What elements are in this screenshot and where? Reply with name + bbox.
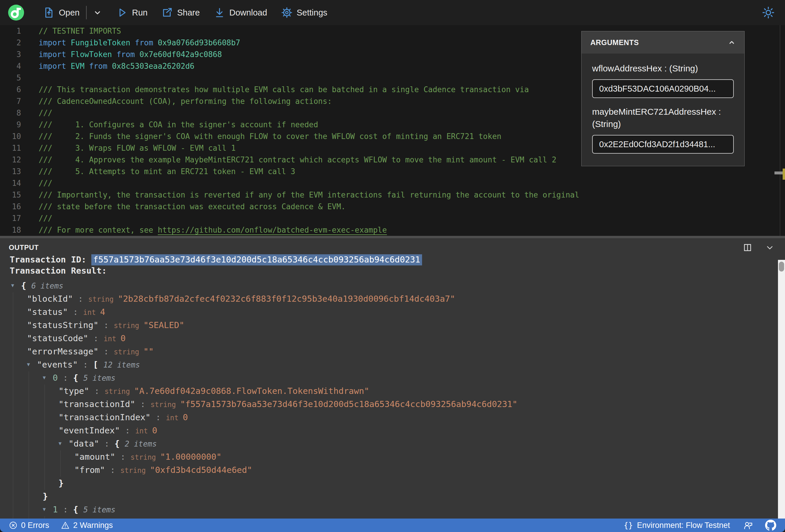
collapse-chevron-up-icon[interactable] — [727, 38, 736, 47]
open-menu-chevron-down-icon[interactable] — [93, 8, 102, 18]
code-line: 17/// — [0, 212, 785, 224]
arguments-panel-header[interactable]: ARGUMENTS — [582, 31, 744, 54]
output-scrollbar-track[interactable] — [778, 260, 785, 518]
opening-brace: { — [73, 505, 83, 514]
array-index: 0 — [53, 373, 58, 383]
warnings-status[interactable]: 2 Warnings — [61, 521, 113, 530]
line-number: 4 — [0, 60, 21, 72]
line-number: 16 — [0, 201, 21, 212]
json-value: "1.00000000" — [160, 452, 222, 462]
json-value: "" — [144, 347, 154, 356]
json-tree-row: "blockId" : string "2b28cbfb87da2cfec4f0… — [0, 292, 785, 305]
indent-guide — [13, 503, 13, 516]
expander-arrow-icon[interactable]: ▼ — [43, 371, 53, 384]
collapse-output-chevron-down-icon[interactable] — [765, 243, 775, 252]
indent-guide — [29, 490, 29, 503]
indent-guide — [29, 516, 29, 518]
code-text: /// 5. Attempts to mint an ERC721 token … — [21, 167, 295, 176]
line-number: 3 — [0, 49, 21, 60]
colon: : — [98, 347, 113, 356]
code-text: import FungibleToken from 0x9a0766d93b66… — [21, 38, 240, 47]
json-key: "data" — [69, 439, 99, 449]
errors-status[interactable]: 0 Errors — [9, 521, 49, 530]
share-icon — [161, 6, 173, 19]
indent-guide — [45, 477, 45, 490]
value-type: int — [83, 308, 100, 316]
json-tree-row: "amount" : string "1.00000000" — [0, 450, 785, 463]
json-tree-row: "status" : int 4 — [0, 305, 785, 319]
expander-arrow-icon[interactable]: ▼ — [43, 503, 53, 516]
indent-guide — [45, 411, 45, 424]
array-index: 1 — [53, 505, 58, 514]
indent-guide — [29, 463, 29, 477]
line-number: 8 — [0, 107, 21, 119]
value-type: int — [166, 414, 183, 422]
feedback-person-icon[interactable] — [743, 520, 753, 531]
json-value: "0xfd3b4cd50d44e6ed" — [150, 465, 252, 475]
opening-brace: [ — [93, 360, 103, 370]
indent-guide — [45, 384, 45, 398]
json-value: 0 — [152, 426, 157, 435]
code-token: EVM — [71, 62, 89, 71]
code-token: /// For more context, see — [39, 226, 158, 234]
download-icon — [213, 6, 226, 19]
open-label: Open — [59, 8, 80, 18]
indent-guide — [13, 477, 13, 490]
indent-guide — [45, 516, 45, 518]
download-button[interactable]: Download — [213, 6, 267, 19]
indent-guide — [13, 450, 13, 463]
run-button[interactable]: Run — [116, 6, 148, 19]
status-bar: 0 Errors 2 Warnings {} Environment: Flow… — [0, 518, 785, 532]
line-number: 10 — [0, 130, 21, 142]
editor-output-divider[interactable] — [0, 236, 785, 238]
colon: : — [78, 360, 93, 370]
expander-arrow-icon[interactable]: ▼ — [27, 358, 37, 371]
item-count: 5 items — [83, 374, 116, 382]
settings-button[interactable]: Settings — [281, 6, 328, 19]
comment-link[interactable]: https://github.com/onflow/batched-evm-ex… — [158, 226, 387, 235]
code-text: /// 4. Approves the example MaybeMintERC… — [21, 155, 556, 164]
warning-marker — [783, 169, 785, 180]
expander-arrow-icon[interactable]: ▼ — [58, 437, 69, 450]
maybe-mint-erc721-address-input[interactable] — [592, 135, 734, 154]
environment-label[interactable]: Environment: Flow Testnet — [637, 521, 730, 530]
arguments-title: ARGUMENTS — [590, 38, 639, 47]
colon: : — [58, 505, 73, 514]
code-token: from — [135, 38, 158, 47]
expander-arrow-icon[interactable]: ▼ — [11, 279, 21, 292]
json-tree-row: ▼"events" : [ 12 items — [0, 358, 785, 371]
code-token: /// 5. Attempts to mint an ERC721 token … — [39, 167, 295, 176]
json-tree-row: "statusCode" : int 0 — [0, 332, 785, 345]
value-type: string — [114, 322, 144, 330]
settings-label: Settings — [297, 8, 328, 18]
code-text: /// — [21, 108, 52, 117]
value-type: int — [104, 335, 121, 343]
editor-scrollbar-thumb[interactable] — [775, 172, 783, 174]
code-text: import EVM from 0x8c5303eaa26202d6 — [21, 62, 194, 71]
code-token: /// 2. Funds the signer's COA with enoug… — [39, 132, 501, 141]
transaction-id-value[interactable]: f557a1573b76aa53e73d46f3e10d200d5c18a653… — [91, 254, 422, 265]
code-token: /// 3. Wraps FLOW as WFLOW - EVM call 1 — [39, 144, 236, 152]
code-text: /// — [21, 214, 52, 223]
json-key: "status" — [27, 307, 68, 317]
wflow-address-input[interactable] — [592, 79, 734, 98]
json-tree-row: } — [0, 490, 785, 503]
output-header: OUTPUT — [0, 238, 785, 253]
json-value: "2b28cbfb87da2cfec4f0232c6f883f0f12c95b3… — [118, 294, 455, 304]
line-number: 7 — [0, 95, 21, 107]
arguments-panel: ARGUMENTS wflowAddressHex : (String) may… — [581, 31, 744, 166]
output-scrollbar-thumb[interactable] — [779, 262, 784, 272]
toolbar-divider — [86, 6, 86, 19]
theme-toggle-sun-icon[interactable] — [762, 6, 775, 19]
open-button[interactable]: Open — [43, 6, 80, 19]
errors-icon — [9, 521, 18, 530]
json-key: "blockId" — [27, 294, 73, 304]
share-button[interactable]: Share — [161, 6, 200, 19]
indent-guide — [29, 398, 29, 411]
line-number: 18 — [0, 224, 21, 236]
flow-logo-icon[interactable] — [8, 4, 25, 21]
github-icon[interactable] — [765, 520, 776, 531]
indent-guide — [45, 463, 45, 477]
json-tree-row: ▼"data" : { 2 items — [0, 437, 785, 450]
split-view-icon[interactable] — [743, 243, 752, 252]
